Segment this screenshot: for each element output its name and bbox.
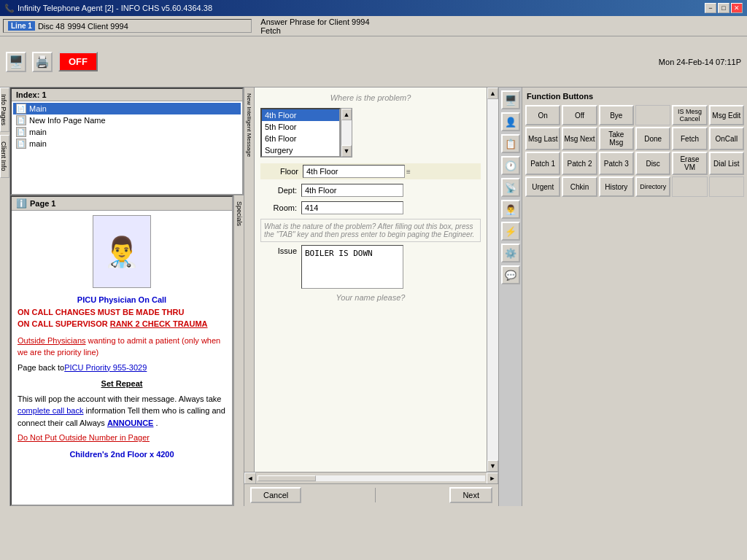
- icon-btn-clipboard[interactable]: 📋: [501, 134, 520, 153]
- scroll-up-btn[interactable]: ▲: [341, 109, 352, 120]
- hscroll-right-btn[interactable]: ►: [487, 472, 498, 484]
- vscroll-up-btn[interactable]: ▲: [487, 88, 498, 99]
- patch2-button[interactable]: Patch 2: [562, 152, 597, 175]
- minimize-button[interactable]: −: [705, 3, 716, 13]
- patch1-button[interactable]: Patch 1: [525, 152, 560, 175]
- icon-btn-clock[interactable]: 🕐: [501, 156, 520, 175]
- index-list: 📄 Main 📄 New Info Page Name 📄 main 📄 mai…: [12, 101, 242, 194]
- icon-btn-monitor[interactable]: 🖥️: [501, 90, 520, 109]
- announce-link[interactable]: ANNOUNCE: [107, 419, 154, 427]
- floor-dropdown-list[interactable]: 4th Floor 5th Floor 6th Floor Surgery: [260, 108, 341, 158]
- dept-input[interactable]: [301, 184, 403, 197]
- dropdown-item-surgery[interactable]: Surgery: [262, 144, 339, 156]
- msg-last-button[interactable]: Msg Last: [525, 127, 560, 150]
- index-item-label2: New Info Page Name: [29, 116, 106, 125]
- cancel-button[interactable]: Cancel: [250, 487, 301, 503]
- picu-link[interactable]: PICU Priority 955-3029: [64, 363, 147, 372]
- urgent-button[interactable]: Urgent: [525, 176, 560, 197]
- index-item-new[interactable]: 📄 New Info Page Name: [13, 114, 241, 126]
- page-area-wrapper: ℹ️ Page 1 👨‍⚕️ PICU Physician On Call ON…: [10, 195, 244, 506]
- info-pages-tab[interactable]: Info Pages: [0, 88, 9, 132]
- maximize-button[interactable]: □: [718, 3, 729, 13]
- room-label: Room:: [260, 203, 297, 212]
- second-bar: 🖥️ 🖨️ OFF Mon 24-Feb-14 07:11P: [0, 36, 747, 88]
- client-info-tab[interactable]: Client Info: [0, 135, 9, 178]
- print-icon-btn[interactable]: 🖨️: [32, 52, 53, 72]
- horizontal-scrollbar: ◄ ►: [244, 472, 498, 483]
- index-item-main2[interactable]: 📄 main: [13, 126, 241, 138]
- issue-textarea[interactable]: BOILER IS DOWN: [301, 245, 403, 289]
- off-button[interactable]: OFF: [58, 52, 98, 71]
- hscroll-thumb[interactable]: [258, 475, 316, 481]
- line-indicator: Line 1: [8, 21, 35, 31]
- page-warning2: ON CALL SUPERVISOR RANK 2 CHECK TRAUMA: [18, 318, 226, 330]
- issue-row: Issue BOILER IS DOWN: [260, 245, 481, 289]
- right-panel: 🖥️ 👤 📋 🕐 📡 👨‍💼 ⚡ ⚙️ 💬 Function Buttons O…: [499, 88, 747, 506]
- chkin-button[interactable]: Chkin: [562, 176, 597, 197]
- btn-row-2: Msg Last Msg Next Take Msg Done Fetch On…: [525, 127, 744, 150]
- room-input[interactable]: [301, 201, 403, 214]
- history-button[interactable]: History: [599, 176, 634, 197]
- icon-btn-chat[interactable]: 💬: [501, 265, 520, 284]
- nav-divider: [375, 488, 376, 502]
- index-item-label4: main: [29, 139, 47, 148]
- msg-edit-button[interactable]: Msg Edit: [709, 105, 744, 125]
- dropdown-item-6th[interactable]: 6th Floor: [262, 133, 339, 144]
- msg-next-button[interactable]: Msg Next: [562, 127, 597, 150]
- dropdown-item-4th[interactable]: 4th Floor: [262, 109, 339, 121]
- floor-input[interactable]: [303, 165, 405, 178]
- is-mesg-cancel-button[interactable]: IS Mesg Cancel: [672, 105, 707, 125]
- bye-button[interactable]: Bye: [599, 105, 634, 125]
- icon-btn-radio[interactable]: 📡: [501, 178, 520, 197]
- left-vertical-tabs: Info Pages Client Info: [0, 88, 10, 506]
- patch3-button[interactable]: Patch 3: [599, 152, 634, 175]
- specials-tab[interactable]: Specials: [235, 198, 244, 229]
- done-button[interactable]: Done: [635, 127, 670, 150]
- btn-row-3: Patch 1 Patch 2 Patch 3 Disc Erase VM Di…: [525, 152, 744, 175]
- index-icon3: 📄: [16, 127, 26, 137]
- erase-vm-button[interactable]: Erase VM: [672, 152, 707, 175]
- index-item-main3[interactable]: 📄 main: [13, 138, 241, 149]
- form-content: Where is the problem? 4th Floor 5th Floo…: [255, 88, 487, 472]
- app-title: 📞 Infinity Telephone Agent [2] - INFO CH…: [4, 4, 212, 13]
- set-repeat-label: Set Repeat: [18, 378, 226, 390]
- icon-btn-lightning[interactable]: ⚡: [501, 222, 520, 241]
- scroll-down-btn[interactable]: ▼: [341, 145, 352, 157]
- icon-btn-gear[interactable]: ⚙️: [501, 244, 520, 262]
- on-button[interactable]: On: [525, 105, 560, 125]
- app-icon: 📞: [4, 4, 15, 13]
- oncall-button[interactable]: OnCall: [709, 127, 744, 150]
- settings-icon-btn[interactable]: 🖥️: [6, 52, 26, 72]
- doctor-image-area: 👨‍⚕️: [18, 215, 226, 288]
- disc-button[interactable]: Disc: [635, 152, 670, 175]
- page-content: 👨‍⚕️ PICU Physician On Call ON CALL CHAN…: [12, 211, 232, 505]
- floor-row: Floor ≡: [260, 163, 481, 179]
- complete-link[interactable]: complete call back: [18, 406, 84, 415]
- top-bar: Line 1 Disc 48 9994 Client 9994 Answer P…: [0, 16, 747, 36]
- nim-tab[interactable]: New Intelligent Message: [245, 90, 253, 160]
- dial-list-button[interactable]: Dial List: [709, 152, 744, 175]
- hscroll-track: [258, 475, 485, 481]
- hscroll-left-btn[interactable]: ◄: [244, 472, 256, 484]
- index-icon2: 📄: [16, 115, 26, 125]
- directory-button[interactable]: Directory: [635, 176, 670, 197]
- vscroll-down-btn[interactable]: ▼: [487, 460, 498, 472]
- icon-btn-person2[interactable]: 👨‍💼: [501, 200, 520, 219]
- outside-physicians-line: Outside Physicians wanting to admit a pa…: [18, 335, 226, 359]
- index-item-main[interactable]: 📄 Main: [13, 103, 241, 114]
- left-panels: Index: 1 📄 Main 📄 New Info Page Name 📄 m…: [10, 88, 244, 506]
- page-info-icon: ℹ️: [16, 198, 27, 209]
- off-func-button[interactable]: Off: [562, 105, 597, 125]
- dropdown-item-5th[interactable]: 5th Floor: [262, 121, 339, 133]
- icon-btn-person[interactable]: 👤: [501, 112, 520, 131]
- answer-phrase-area: Answer Phrase for Client 9994 Fetch: [255, 16, 744, 36]
- fetch-button[interactable]: Fetch: [672, 127, 707, 150]
- right-icons-column: 🖥️ 👤 📋 🕐 📡 👨‍💼 ⚡ ⚙️ 💬: [499, 88, 522, 506]
- close-button[interactable]: ✕: [731, 3, 743, 13]
- dept-label: Dept:: [260, 186, 297, 195]
- next-button[interactable]: Next: [449, 487, 492, 503]
- floor-label: Floor: [262, 167, 298, 176]
- datetime-display: Mon 24-Feb-14 07:11P: [659, 58, 741, 66]
- outside-physicians-link[interactable]: Outside Physicians: [18, 336, 86, 345]
- take-msg-button[interactable]: Take Msg: [599, 127, 634, 150]
